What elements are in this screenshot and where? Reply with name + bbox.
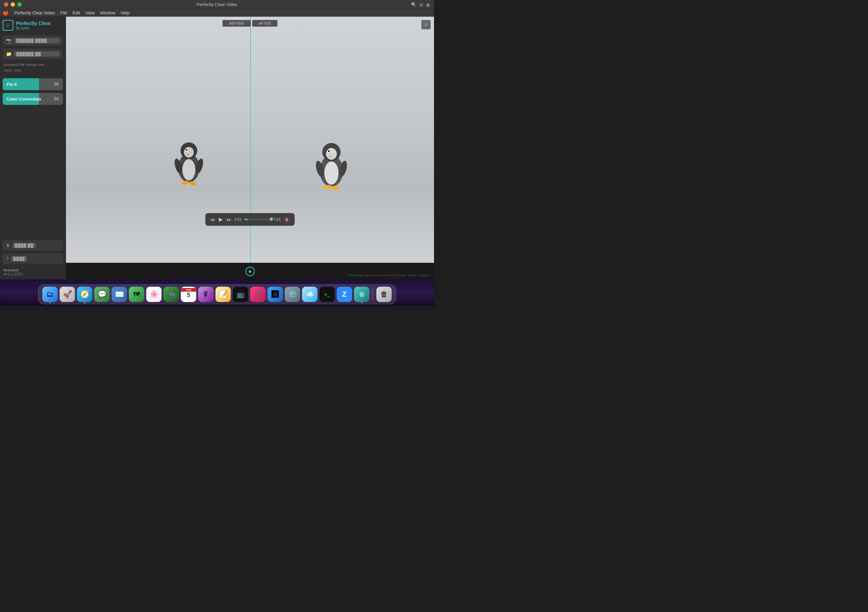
dock-icon-finder[interactable]: 🗂 bbox=[42, 287, 57, 302]
safari-dot bbox=[84, 302, 85, 303]
logo-text: Perfectly Clear By EyeQ bbox=[16, 21, 51, 30]
logo-area: Perfectly Clear By EyeQ bbox=[3, 20, 63, 31]
dock-icon-system-preferences[interactable]: ⚙️ bbox=[285, 287, 300, 302]
main-container: Perfectly Clear By EyeQ 📷 ██████ ████ 📁 … bbox=[0, 17, 434, 279]
notification-icon[interactable]: ◉ bbox=[426, 2, 430, 7]
search-icon[interactable]: 🔍 bbox=[411, 2, 417, 7]
progress-handle[interactable] bbox=[270, 217, 273, 221]
dock-icon-photos[interactable]: 🌸 bbox=[146, 287, 161, 302]
title-bar-icons: 🔍 ⊞ ◉ bbox=[411, 2, 430, 7]
title-bar: Perfectly Clear Video 🔍 ⊞ ◉ bbox=[0, 0, 434, 9]
question-mark-icon: ? bbox=[6, 256, 9, 261]
logo-icon bbox=[3, 20, 13, 31]
progress-fill bbox=[245, 219, 248, 220]
dock: 🗂 🚀 🧭 💬 ✉️ 🗺 🌸 📹 JUN 5 bbox=[38, 284, 396, 304]
after-label: AFTER bbox=[252, 20, 277, 26]
logo-main-text: Perfectly Clear bbox=[16, 21, 51, 26]
scrubber-bar: 1920x1080 Type: Format_YUV420P Format: 1… bbox=[66, 263, 434, 279]
help-button[interactable]: ? ████ bbox=[3, 253, 63, 264]
status-area: Activated v4.0.1.2223 bbox=[3, 267, 63, 276]
dock-icon-music[interactable]: 🎵 bbox=[250, 287, 265, 302]
fixit-button[interactable]: Fix it 58 bbox=[3, 78, 63, 90]
video-frame: ⏮ ▶ ⏭ 0:51 7:01 🔇 bbox=[66, 17, 434, 263]
dock-icon-podcasts[interactable]: 🎙 bbox=[198, 287, 214, 302]
dock-separator bbox=[373, 288, 373, 301]
video-camera-icon: 📷 bbox=[6, 38, 12, 43]
minimize-button[interactable] bbox=[11, 2, 15, 7]
maximize-button[interactable] bbox=[17, 2, 22, 7]
dock-icon-trash[interactable]: 🗑 bbox=[377, 287, 392, 302]
help-label: ████ bbox=[11, 256, 27, 261]
play-button[interactable]: ▶ bbox=[218, 216, 223, 223]
download-icon: ⬇ bbox=[6, 243, 10, 248]
progress-bar[interactable] bbox=[245, 219, 271, 220]
dock-icon-screenium[interactable]: ⊞ bbox=[354, 287, 369, 302]
accepted-formats: Accepted file formats are.mp4, .mov bbox=[3, 62, 63, 73]
traffic-lights bbox=[4, 2, 22, 7]
folder-icon: 📁 bbox=[6, 51, 12, 57]
file-menu-item[interactable]: File bbox=[60, 10, 67, 15]
close-button[interactable] bbox=[4, 2, 8, 7]
color-correction-button[interactable]: Color Correction 54 bbox=[3, 93, 63, 105]
dock-icon-appletv[interactable]: 📺 bbox=[233, 287, 248, 302]
logo-sub-text: By EyeQ bbox=[16, 26, 51, 30]
svg-point-5 bbox=[186, 149, 188, 151]
svg-point-13 bbox=[324, 161, 339, 185]
dock-icon-mail[interactable]: ✉️ bbox=[112, 287, 127, 302]
svg-point-6 bbox=[187, 149, 188, 150]
penguin-scene: ⏮ ▶ ⏭ 0:51 7:01 🔇 bbox=[66, 17, 434, 263]
dock-icon-messages[interactable]: 💬 bbox=[94, 287, 110, 302]
dock-icon-safari[interactable]: 🧭 bbox=[77, 287, 92, 302]
control-center-icon[interactable]: ⊞ bbox=[419, 2, 423, 7]
view-menu-item[interactable]: View bbox=[85, 10, 95, 15]
dock-icon-appstore[interactable]: 🅰 bbox=[267, 287, 283, 302]
fast-forward-button[interactable]: ⏭ bbox=[226, 217, 232, 223]
sidebar: Perfectly Clear By EyeQ 📷 ██████ ████ 📁 … bbox=[0, 17, 66, 279]
penguin-right bbox=[310, 136, 353, 194]
edit-menu-item[interactable]: Edit bbox=[73, 10, 80, 15]
output-file-button[interactable]: 📁 ██████ ██ bbox=[3, 49, 63, 59]
before-label: BEFORE bbox=[223, 20, 251, 26]
dock-icon-notes[interactable]: 📝 bbox=[215, 287, 231, 302]
color-correction-label: Color Correction bbox=[3, 96, 50, 102]
svg-point-1 bbox=[183, 159, 195, 180]
svg-point-18 bbox=[329, 150, 330, 151]
dock-icon-zoom[interactable]: Z bbox=[337, 287, 352, 302]
dock-area: 🗂 🚀 🧭 💬 ✉️ 🗺 🌸 📹 JUN 5 bbox=[0, 279, 434, 306]
current-time: 0:51 bbox=[234, 217, 242, 222]
save-file-button[interactable]: ⬇ ████ ██ bbox=[3, 240, 63, 251]
apple-menu[interactable]: 🍎 bbox=[3, 10, 9, 16]
color-correction-value: 54 bbox=[50, 93, 63, 105]
volume-button[interactable]: 🔇 bbox=[284, 217, 290, 223]
input-video-button[interactable]: 📷 ██████ ████ bbox=[3, 35, 63, 46]
screenium-dot bbox=[361, 302, 363, 303]
fullscreen-button[interactable]: ⤢ bbox=[422, 20, 431, 29]
dock-icon-icloud[interactable]: ☁️ bbox=[302, 287, 318, 302]
activation-status: Activated bbox=[3, 268, 62, 272]
dock-icon-calendar[interactable]: JUN 5 bbox=[181, 287, 196, 302]
input-video-label: ██████ ████ bbox=[14, 38, 60, 43]
menu-bar: 🍎 Perfectly Clear Video File Edit View W… bbox=[0, 9, 434, 17]
scrubber-handle[interactable] bbox=[245, 267, 255, 276]
total-time: 7:01 bbox=[274, 217, 281, 222]
finder-dot bbox=[49, 302, 51, 303]
rewind-button[interactable]: ⏮ bbox=[210, 217, 215, 223]
penguin-left bbox=[169, 136, 209, 189]
app-menu-item[interactable]: Perfectly Clear Video bbox=[14, 10, 55, 15]
before-after-bar: BEFORE AFTER bbox=[66, 20, 434, 26]
fixit-value: 58 bbox=[50, 78, 63, 90]
window-title: Perfectly Clear Video bbox=[197, 2, 237, 7]
dock-icon-terminal[interactable]: >_ bbox=[319, 287, 335, 302]
dock-icon-launchpad[interactable]: 🚀 bbox=[60, 287, 75, 302]
fixit-label: Fix it bbox=[3, 82, 50, 87]
video-area: BEFORE AFTER ⤢ bbox=[66, 17, 434, 279]
save-file-label: ████ ██ bbox=[12, 243, 36, 248]
video-info: 1920x1080 Type: Format_YUV420P Format: 1… bbox=[348, 273, 431, 278]
help-menu-item[interactable]: Help bbox=[121, 10, 130, 15]
window-menu-item[interactable]: Window bbox=[100, 10, 115, 15]
svg-point-17 bbox=[328, 150, 330, 152]
video-controls: ⏮ ▶ ⏭ 0:51 7:01 🔇 bbox=[205, 213, 295, 226]
dock-icon-maps[interactable]: 🗺 bbox=[129, 287, 144, 302]
dock-icon-facetime[interactable]: 📹 bbox=[164, 287, 179, 302]
output-file-label: ██████ ██ bbox=[14, 51, 60, 57]
